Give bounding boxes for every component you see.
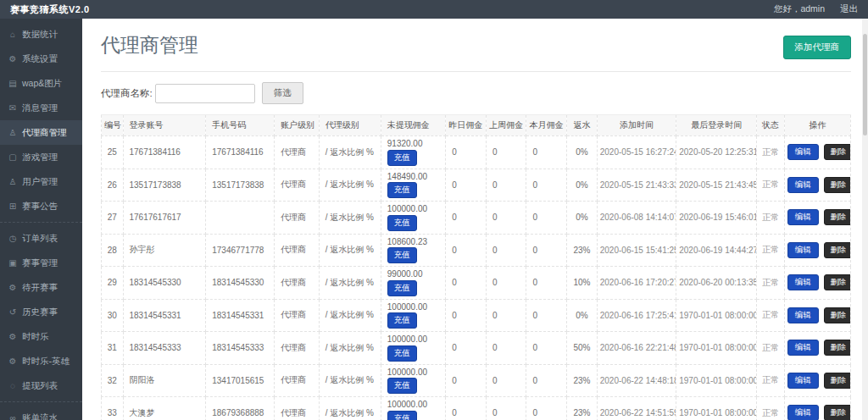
edit-button[interactable]: 编辑 (787, 373, 819, 389)
sidebar-item-label: 赛事管理 (22, 257, 58, 269)
cell-account-level: 代理商 (275, 202, 320, 235)
recharge-button[interactable]: 充值 (387, 182, 417, 198)
cell-last-login-time: 2020-06-19 15:46:01 (676, 202, 757, 235)
agent-table-body: 25 17671384116 17671384116 代理商 / 返水比例 % … (102, 136, 851, 420)
cell-added-time: 2020-06-22 14:51:59 (597, 397, 676, 420)
cell-account-level: 代理商 (275, 267, 320, 300)
cell-added-time: 2020-06-08 14:14:07 (597, 202, 676, 235)
filter-button[interactable]: 筛选 (262, 82, 303, 104)
sidebar-item-订单列表[interactable]: ◷ 订单列表 (0, 226, 82, 251)
history-icon: ↺ (7, 307, 19, 317)
cell-operations: 编辑 删除 (784, 299, 850, 332)
sidebar-item-label: 消息管理 (22, 102, 58, 114)
sidebar-item-wap&图片[interactable]: ▤ wap&图片 (0, 71, 82, 96)
edit-button[interactable]: 编辑 (787, 274, 819, 290)
cell-id: 25 (102, 136, 124, 169)
table-row: 26 13517173838 13517173838 代理商 / 返水比例 % … (102, 169, 851, 202)
sidebar-item-label: 账单流水 (22, 412, 58, 420)
cell-commission: 100000.00 充值 (381, 397, 446, 420)
cell-phone: 18314545331 (206, 299, 275, 332)
column-header: 账户级别 (275, 115, 320, 136)
table-row: 25 17671384116 17671384116 代理商 / 返水比例 % … (102, 136, 851, 169)
sidebar-item-账单流水[interactable]: ∞ 账单流水 (0, 406, 82, 420)
scrollbar[interactable] (862, 19, 868, 420)
status-badge: 正常 (757, 234, 784, 267)
cell-account-level: 代理商 (275, 364, 320, 397)
status-badge: 正常 (757, 332, 784, 365)
sidebar-item-历史赛事[interactable]: ↺ 历史赛事 (0, 300, 82, 324)
sidebar-item-用户管理[interactable]: ♙ 用户管理 (0, 169, 82, 194)
sidebar-item-label: wap&图片 (22, 78, 62, 90)
edit-button[interactable]: 编辑 (787, 144, 819, 160)
cell-yesterday-commission: 0 (446, 136, 487, 169)
sidebar-item-代理商管理[interactable]: ♙ 代理商管理 (0, 120, 82, 145)
recharge-button[interactable]: 充值 (387, 411, 417, 420)
sidebar-item-时时乐[interactable]: ⚙ 时时乐 (0, 324, 82, 349)
sidebar-item-时时乐-英雄[interactable]: ⚙ 时时乐-英雄 (0, 349, 82, 373)
cell-agent-level: / 返水比例 % (319, 364, 381, 397)
column-header: 操作 (784, 115, 850, 136)
cell-operations: 编辑 删除 (784, 169, 850, 202)
cell-id: 33 (102, 397, 124, 420)
delete-button[interactable]: 删除 (824, 144, 851, 160)
table-row: 27 17617617617 代理商 / 返水比例 % 100000.00 充值… (102, 202, 851, 235)
edit-button[interactable]: 编辑 (787, 307, 819, 323)
recharge-button[interactable]: 充值 (387, 215, 417, 231)
cell-commission: 100000.00 充值 (381, 299, 446, 332)
sidebar-item-提现列表[interactable]: ◌ 提现列表 (0, 373, 82, 398)
scrollbar-thumb[interactable] (863, 34, 867, 135)
sidebar-item-系统设置[interactable]: ⚙ 系统设置 (0, 47, 82, 71)
cell-lastweek-commission: 0 (486, 299, 526, 332)
delete-button[interactable]: 删除 (824, 177, 851, 193)
sidebar-item-label: 游戏管理 (22, 152, 58, 163)
cell-month-commission: 0 (526, 202, 567, 235)
cell-account-level: 代理商 (275, 169, 320, 202)
cell-last-login-time: 2020-05-20 12:25:31 (676, 136, 757, 169)
delete-button[interactable]: 删除 (824, 242, 851, 258)
cell-commission: 99000.00 充值 (381, 267, 446, 300)
delete-button[interactable]: 删除 (824, 405, 851, 420)
sidebar-item-游戏管理[interactable]: ▢ 游戏管理 (0, 145, 82, 169)
cell-yesterday-commission: 0 (446, 299, 487, 332)
sidebar-item-数据统计[interactable]: ⌂ 数据统计 (0, 22, 82, 47)
logout-link[interactable]: 退出 (840, 3, 858, 15)
recharge-button[interactable]: 充值 (387, 378, 417, 394)
delete-button[interactable]: 删除 (824, 209, 851, 225)
sidebar-item-赛事公告[interactable]: ⊞ 赛事公告 (0, 194, 82, 218)
users-icon: ♙ (7, 177, 19, 186)
column-header: 编号 (102, 115, 124, 136)
column-header: 返水 (567, 115, 598, 136)
recharge-button[interactable]: 充值 (387, 312, 417, 329)
sidebar-item-label: 提现列表 (22, 380, 58, 392)
table-row: 32 阴阳洛 13417015615 代理商 / 返水比例 % 100000.0… (102, 364, 851, 397)
delete-button[interactable]: 删除 (824, 274, 851, 290)
recharge-button[interactable]: 充值 (387, 280, 417, 296)
add-agent-button[interactable]: 添加代理商 (783, 36, 852, 59)
cell-lastweek-commission: 0 (486, 267, 526, 300)
cell-agent-level: / 返水比例 % (319, 299, 381, 332)
cell-commission: 108600.23 充值 (381, 234, 446, 267)
edit-button[interactable]: 编辑 (787, 242, 819, 258)
edit-button[interactable]: 编辑 (787, 209, 819, 225)
cell-yesterday-commission: 0 (446, 267, 487, 300)
delete-button[interactable]: 删除 (824, 307, 851, 323)
agent-name-input[interactable] (155, 84, 255, 103)
recharge-button[interactable]: 充值 (387, 247, 417, 263)
edit-button[interactable]: 编辑 (787, 340, 819, 356)
cell-commission: 148490.00 充值 (381, 169, 446, 202)
agent-name-label: 代理商名称: (101, 87, 153, 100)
delete-button[interactable]: 删除 (824, 373, 851, 389)
table-row: 29 18314545330 18314545330 代理商 / 返水比例 % … (102, 267, 851, 300)
recharge-button[interactable]: 充值 (387, 150, 417, 166)
cell-month-commission: 0 (526, 267, 567, 300)
sidebar-item-消息管理[interactable]: ✉ 消息管理 (0, 96, 82, 120)
cell-phone: 13417015615 (206, 364, 275, 397)
edit-button[interactable]: 编辑 (787, 177, 819, 193)
edit-button[interactable]: 编辑 (787, 405, 819, 420)
sidebar-item-待开赛事[interactable]: ⚙ 待开赛事 (0, 275, 82, 300)
cell-id: 28 (102, 234, 124, 267)
recharge-button[interactable]: 充值 (387, 345, 417, 362)
delete-button[interactable]: 删除 (824, 340, 851, 356)
cell-operations: 编辑 删除 (784, 136, 850, 169)
sidebar-item-赛事管理[interactable]: ▣ 赛事管理 (0, 251, 82, 275)
